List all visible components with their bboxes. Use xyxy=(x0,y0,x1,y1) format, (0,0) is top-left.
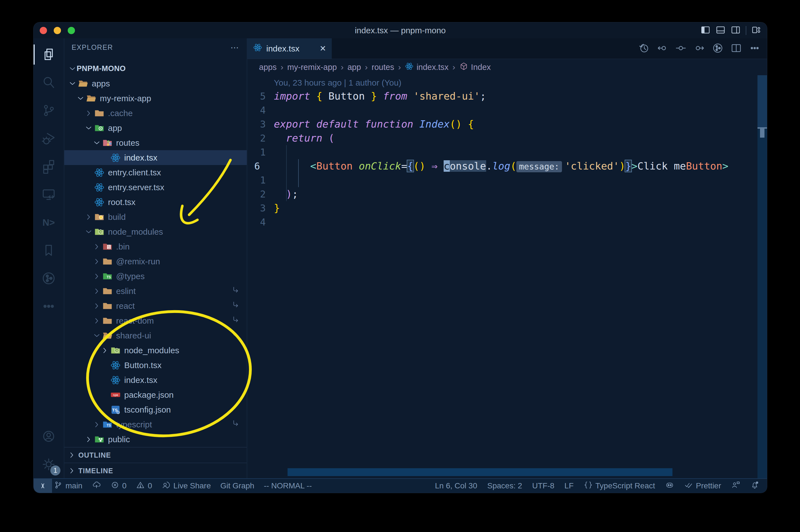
activity-source-control-icon[interactable] xyxy=(34,96,64,125)
more-actions-icon[interactable] xyxy=(749,42,760,55)
status-git-branch[interactable]: main xyxy=(54,480,82,491)
chevron-right-icon xyxy=(93,421,101,428)
react-icon xyxy=(110,375,121,385)
activity-run-debug-icon[interactable] xyxy=(34,125,64,152)
tree-item-index-tsx[interactable]: index.tsx xyxy=(64,150,247,165)
code-line-current[interactable]: 6 <Button onClick={() ⇒ console.log(mess… xyxy=(247,159,767,173)
status-feedback[interactable] xyxy=(731,480,740,491)
git-branch-icon xyxy=(54,480,63,491)
tree-item-root-tsx[interactable]: root.tsx xyxy=(64,195,247,209)
activity-remote-explorer-icon[interactable] xyxy=(34,180,64,208)
activity-explorer-icon[interactable] xyxy=(34,41,64,69)
remote-indicator[interactable] xyxy=(34,479,52,493)
tree-item-typescript[interactable]: TStypescript xyxy=(64,417,247,432)
code-line-4[interactable]: 1 xyxy=(247,145,767,159)
status-live-share[interactable]: Live Share xyxy=(162,480,211,491)
breadcrumb-app[interactable]: app xyxy=(347,63,361,72)
tree-item-my-remix-app[interactable]: my-remix-app xyxy=(64,91,247,106)
tree-item-root[interactable]: PNPM-MONO xyxy=(64,61,247,76)
code-line-3[interactable]: 2 return ( xyxy=(247,131,767,145)
breadcrumb-my-remix-app[interactable]: my-remix-app xyxy=(287,63,337,72)
vertical-scrollbar[interactable] xyxy=(758,75,767,478)
breadcrumb-index[interactable]: Index xyxy=(459,62,491,73)
tree-item-node-modules[interactable]: JSnode_modules xyxy=(64,224,247,239)
status-errors[interactable]: 0 xyxy=(111,480,127,491)
sidebar-section-timeline[interactable]: TIMELINE xyxy=(64,463,247,478)
customize-layout-icon[interactable] xyxy=(751,25,761,36)
tree-item-react-dom[interactable]: react-dom xyxy=(64,313,247,328)
activity-extensions-icon[interactable] xyxy=(34,152,64,180)
previous-change-icon[interactable] xyxy=(657,42,668,55)
tree-item-index-tsx[interactable]: index.tsx xyxy=(64,373,247,387)
activity-settings-icon[interactable]: 1 xyxy=(34,450,64,478)
code-line-9[interactable]: 4 xyxy=(247,215,767,229)
toggle-panel-icon[interactable] xyxy=(716,25,726,36)
folder-ts-green-icon: TS xyxy=(102,271,113,282)
activity-more-views-icon[interactable] xyxy=(34,292,64,320)
tree-item-package-json[interactable]: npmpackage.json xyxy=(64,387,247,402)
status-prettier[interactable]: Prettier xyxy=(684,480,721,491)
tree-item-build[interactable]: build xyxy=(64,209,247,224)
split-editor-icon[interactable] xyxy=(731,42,742,55)
next-change-icon[interactable] xyxy=(694,42,705,55)
tree-item-public[interactable]: public xyxy=(64,432,247,447)
code-editor[interactable]: You, 23 hours ago | 1 author (You)5impor… xyxy=(247,75,767,478)
tree-item-shared-ui[interactable]: shared-ui xyxy=(64,328,247,343)
tree-item-app[interactable]: app xyxy=(64,120,247,135)
code-line-1[interactable]: 4 xyxy=(247,103,767,117)
status-encoding[interactable]: UTF-8 xyxy=(532,481,554,490)
status-notifications[interactable] xyxy=(750,480,759,491)
chevron-right-icon xyxy=(93,302,101,310)
status-indentation[interactable]: Spaces: 2 xyxy=(487,481,522,490)
tree-item-eslint[interactable]: eslint xyxy=(64,284,247,299)
code-line-6[interactable]: 1 xyxy=(247,173,767,187)
activity-bookmarks-icon[interactable] xyxy=(34,236,64,264)
breadcrumb-index-tsx[interactable]: index.tsx xyxy=(405,62,449,73)
tree-item-node-modules[interactable]: JSnode_modules xyxy=(64,343,247,358)
activity-git-graph-icon[interactable] xyxy=(34,264,64,292)
status-eol[interactable]: LF xyxy=(565,481,574,490)
sidebar-section-outline[interactable]: OUTLINE xyxy=(64,447,247,463)
tree-item-entry-server-tsx[interactable]: entry.server.tsx xyxy=(64,180,247,195)
tree-item--bin[interactable]: 0110.bin xyxy=(64,239,247,254)
tree-item-apps[interactable]: apps xyxy=(64,76,247,91)
activity-search-icon[interactable] xyxy=(34,69,64,96)
status-vim-mode[interactable]: -- NORMAL -- xyxy=(264,481,312,490)
code-line-7[interactable]: 2 ); xyxy=(247,187,767,201)
tree-item-react[interactable]: react xyxy=(64,299,247,313)
tree-item-entry-client-tsx[interactable]: entry.client.tsx xyxy=(64,165,247,180)
code-line-2[interactable]: 3export default function Index() { xyxy=(247,117,767,131)
tree-item--cache[interactable]: .cache xyxy=(64,106,247,120)
status-cursor-position[interactable]: Ln 6, Col 30 xyxy=(435,481,477,490)
breadcrumb-routes[interactable]: routes xyxy=(372,63,395,72)
breadcrumb-apps[interactable]: apps xyxy=(259,63,277,72)
close-tab-icon[interactable]: ✕ xyxy=(320,44,326,53)
status-publish-changes[interactable] xyxy=(92,480,101,491)
horizontal-scrollbar[interactable] xyxy=(288,468,672,476)
toggle-secondary-sidebar-icon[interactable] xyxy=(731,25,741,36)
tree-item-button-tsx[interactable]: Button.tsx xyxy=(64,358,247,373)
history-icon[interactable] xyxy=(638,42,649,55)
symbol-cube-icon xyxy=(459,62,468,73)
toggle-primary-sidebar-icon[interactable] xyxy=(700,25,710,36)
status-warnings[interactable]: 0 xyxy=(136,480,152,491)
status-copilot[interactable] xyxy=(665,480,674,491)
tree-item-tsconfig-json[interactable]: TStsconfig.json xyxy=(64,402,247,417)
folder-icon xyxy=(102,256,113,267)
activity-nx-console-icon[interactable]: N> xyxy=(34,208,64,236)
tree-item-routes[interactable]: routes xyxy=(64,135,247,150)
change-icon[interactable] xyxy=(675,42,686,55)
git-graph-icon[interactable] xyxy=(712,42,723,55)
code-line-8[interactable]: 3} xyxy=(247,201,767,215)
code-line-0[interactable]: 5import { Button } from 'shared-ui'; xyxy=(247,89,767,103)
line-number: 3 xyxy=(247,117,266,131)
tab-index-tsx[interactable]: index.tsx✕ xyxy=(247,38,332,59)
status-git-graph[interactable]: Git Graph xyxy=(221,481,254,490)
tree-item--types[interactable]: TS@types xyxy=(64,269,247,284)
react-icon xyxy=(94,197,104,208)
status-language-mode[interactable]: TypeScript React xyxy=(584,480,655,491)
explorer-more-icon[interactable]: ⋯ xyxy=(230,42,240,52)
tree-item--remix-run[interactable]: @remix-run xyxy=(64,254,247,269)
activity-accounts-icon[interactable] xyxy=(34,422,64,450)
folder-ts-blue-icon: TS xyxy=(102,419,113,430)
